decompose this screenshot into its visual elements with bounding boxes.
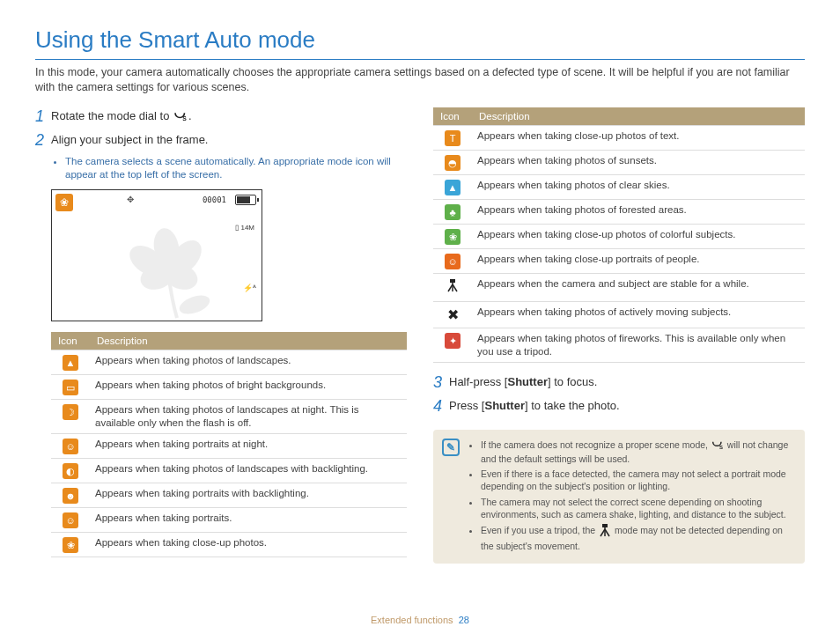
scene-icon-cell: ▲ — [433, 174, 472, 199]
scene-icon: ❀ — [55, 194, 73, 211]
tripod-icon — [446, 280, 460, 295]
step-number: 4 — [433, 397, 449, 416]
scene-desc-cell: Appears when taking photos of bright bac… — [90, 374, 407, 399]
th-desc: Description — [90, 332, 407, 350]
page-footer: Extended functions 28 — [0, 615, 840, 625]
note-item: If the camera does not recognize a prope… — [481, 439, 792, 465]
step-3: 3 Half-press [Shutter] to focus. — [433, 373, 805, 392]
scene-desc-cell: Appears when taking photos of landscapes… — [90, 350, 407, 374]
table-row: ◐Appears when taking photos of landscape… — [51, 458, 407, 483]
table-row: Appears when the camera and subject are … — [433, 273, 805, 301]
step-number: 3 — [433, 373, 449, 392]
scene-icon-table-right: Icon Description TAppears when taking cl… — [433, 107, 805, 363]
scene-icon: ☻ — [63, 488, 78, 504]
scene-icon: ☺ — [63, 439, 78, 454]
svg-rect-13 — [602, 524, 608, 527]
step-4: 4 Press [Shutter] to take the photo. — [433, 397, 805, 416]
th-desc: Description — [472, 107, 805, 126]
scene-icon-cell: ❀ — [51, 532, 90, 557]
scene-icon: ♣ — [445, 204, 461, 220]
scene-icon-cell: ☺ — [51, 433, 90, 458]
table-row: ❀Appears when taking close-up photos. — [51, 532, 407, 557]
scene-icon-cell: ❀ — [433, 224, 472, 248]
battery-icon — [235, 195, 256, 205]
step-4-text: Press [Shutter] to take the photo. — [449, 397, 620, 414]
scene-icon-cell: ☽ — [51, 399, 90, 433]
page-title: Using the Smart Auto mode — [35, 26, 805, 54]
scene-icon-cell: ◓ — [433, 150, 472, 174]
scene-desc-cell: Appears when taking close-up photos of c… — [472, 224, 805, 248]
scene-desc-cell: Appears when taking photos of sunsets. — [472, 150, 805, 174]
scene-desc-cell: Appears when taking photos of actively m… — [472, 301, 805, 328]
scene-icon-cell: ✖ — [433, 301, 472, 328]
scene-icon-cell: ✦ — [433, 328, 472, 363]
step-2: 2 Align your subject in the frame. — [35, 131, 407, 150]
scene-icon: ▲ — [445, 180, 461, 195]
step-3-text: Half-press [Shutter] to focus. — [449, 373, 597, 390]
step-number: 1 — [35, 107, 51, 126]
scene-icon: ☺ — [445, 254, 461, 269]
scene-icon-cell: ◐ — [51, 458, 90, 483]
table-row: ☻Appears when taking portraits with back… — [51, 483, 407, 507]
footer-section: Extended functions — [371, 615, 453, 625]
step-2-bullets: The camera selects a scene automatically… — [53, 155, 407, 182]
camera-lcd-preview: ❀ ✥ 00001 ▯ 14M ⚡ᴬ — [51, 189, 262, 321]
svg-text:S: S — [719, 445, 723, 450]
scene-desc-cell: Appears when taking photos of landscapes… — [90, 458, 407, 483]
step-1: 1 Rotate the mode dial to S . — [35, 107, 407, 126]
step-1-post: . — [188, 109, 192, 122]
scene-desc-cell: Appears when taking portraits at night. — [90, 433, 407, 458]
lcd-counter: 00001 — [203, 195, 226, 204]
scene-icon-cell: ▲ — [51, 350, 90, 374]
scene-desc-cell: Appears when taking photos of fireworks.… — [472, 328, 805, 363]
flash-auto-icon: ⚡ᴬ — [243, 284, 256, 292]
table-row: ☺Appears when taking portraits at night. — [51, 433, 407, 458]
scene-icon-cell: ♣ — [433, 199, 472, 224]
scene-icon: ☺ — [63, 512, 78, 528]
scene-desc-cell: Appears when taking close-up photos of t… — [472, 125, 805, 150]
mode-dial-smart-icon: S — [711, 439, 725, 453]
focus-icon: ✥ — [127, 195, 134, 204]
table-row: TAppears when taking close-up photos of … — [433, 125, 805, 150]
scene-desc-cell: Appears when taking portraits. — [90, 507, 407, 532]
step-1-pre: Rotate the mode dial to — [51, 109, 173, 122]
step-number: 2 — [35, 131, 51, 150]
mode-dial-smart-icon: S — [173, 110, 188, 122]
scene-icon: ❀ — [445, 229, 461, 245]
scene-icon: ▲ — [63, 355, 78, 371]
step-2-text: Align your subject in the frame. — [51, 131, 208, 148]
title-rule — [35, 59, 805, 60]
table-row: ❀Appears when taking close-up photos of … — [433, 224, 805, 248]
tripod-icon — [598, 523, 612, 540]
table-row: ☽Appears when taking photos of landscape… — [51, 399, 407, 433]
note-item: The camera may not select the correct sc… — [481, 496, 792, 520]
svg-rect-8 — [450, 279, 455, 283]
intro-text: In this mode, your camera automatically … — [35, 65, 805, 95]
table-row: ▲Appears when taking photos of landscape… — [51, 350, 407, 374]
note-icon: ✎ — [442, 439, 460, 456]
footer-page: 28 — [459, 615, 469, 625]
scene-desc-cell: Appears when taking photos of forested a… — [472, 199, 805, 224]
left-column: 1 Rotate the mode dial to S . 2 Align yo… — [35, 107, 407, 564]
scene-icon-cell — [433, 273, 472, 301]
scene-icon: T — [445, 130, 461, 146]
step-2-bullet: The camera selects a scene automatically… — [65, 155, 407, 182]
scene-icon: ◐ — [63, 463, 78, 479]
table-row: ✦Appears when taking photos of fireworks… — [433, 328, 805, 363]
scene-desc-cell: Appears when taking close-up portraits o… — [472, 248, 805, 273]
scene-icon: ◓ — [445, 155, 461, 171]
note-item: Even if there is a face detected, the ca… — [481, 468, 792, 492]
scene-icon: ❀ — [63, 537, 78, 553]
symbol-icon: ✖ — [447, 307, 459, 322]
table-row: ✖Appears when taking photos of actively … — [433, 301, 805, 328]
svg-text:S: S — [182, 116, 187, 122]
table-row: ◓Appears when taking photos of sunsets. — [433, 150, 805, 174]
scene-desc-cell: Appears when taking portraits with backl… — [90, 483, 407, 507]
note-list: If the camera does not recognize a prope… — [481, 439, 792, 555]
flower-graphic — [114, 217, 237, 325]
note-item: Even if you use a tripod, the mode may n… — [481, 523, 792, 552]
note-box: ✎ If the camera does not recognize a pro… — [433, 430, 805, 564]
scene-icon-table-left: Icon Description ▲Appears when taking ph… — [51, 332, 407, 557]
th-icon: Icon — [51, 332, 90, 350]
svg-point-7 — [177, 291, 212, 317]
